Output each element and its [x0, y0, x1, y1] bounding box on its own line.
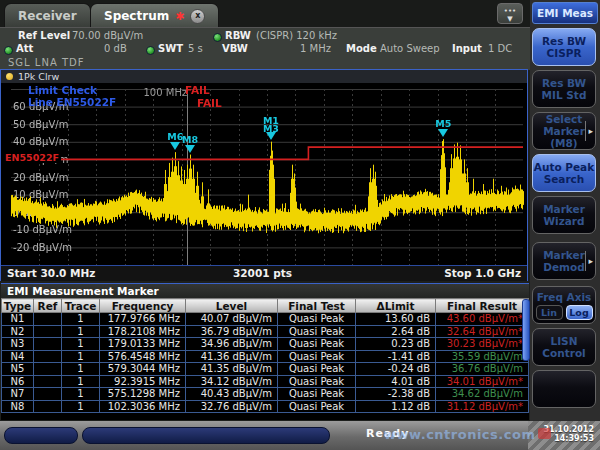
cell-ref: [34, 400, 62, 413]
status-segment-left: [4, 427, 78, 444]
cell-type: N1: [2, 313, 34, 326]
table-row-n7[interactable]: N71575.1298 MHz40.43 dBμV/mQuasi Peak-2.…: [2, 388, 529, 401]
softkey-res-bw-mil-std[interactable]: Res BWMIL Std: [532, 70, 596, 108]
frequency-axis-bar: Start 30.0 MHz 32001 pts Stop 1.0 GHz: [1, 265, 527, 281]
cell-frequency: 179.0133 MHz: [100, 338, 186, 351]
cell-ref: [34, 388, 62, 401]
table-row-n2[interactable]: N21178.2108 MHz36.79 dBμV/mQuasi Peak2.6…: [2, 325, 529, 338]
emi-marker-table: TypeRefTraceFrequencyLevelFinal TestΔLim…: [1, 298, 529, 413]
table-row-n6[interactable]: N6192.3915 MHz34.12 dBμV/mQuasi Peak4.01…: [2, 375, 529, 388]
trace-color-dot-icon: [6, 73, 13, 80]
cell-delta_limit: 0.23 dB: [356, 338, 436, 351]
table-row-n3[interactable]: N31179.0133 MHz34.96 dBμV/mQuasi Peak0.2…: [2, 338, 529, 351]
cell-level: 32.76 dBμV/m: [186, 400, 278, 413]
column-header-trace: Trace: [62, 299, 100, 313]
cell-frequency: 575.1298 MHz: [100, 388, 186, 401]
spectrum-plot: Limit Check FAIL Line EN55022F FAIL EN55…: [1, 83, 527, 265]
cell-trace: 1: [62, 313, 100, 326]
swt-label: SWT: [158, 43, 183, 54]
cell-final_result: 43.60 dBμV/m*: [436, 313, 529, 326]
cell-type: N6: [2, 375, 34, 388]
softkey-marker-wizard[interactable]: MarkerWizard: [532, 196, 596, 234]
softkey-res-bw-cispr[interactable]: Res BWCISPR: [532, 28, 596, 66]
table-row-n5[interactable]: N51579.3044 MHz41.35 dBμV/mQuasi Peak-0.…: [2, 363, 529, 376]
display-menu-button[interactable]: ••• ▼: [497, 3, 523, 24]
cell-final_result: 30.23 dBμV/m*: [436, 338, 529, 351]
cell-delta_limit: -1.41 dB: [356, 350, 436, 363]
cell-trace: 1: [62, 400, 100, 413]
rbw-value: (CISPR) 120 kHz: [256, 30, 337, 41]
softkey-label: CISPR: [533, 47, 595, 59]
softkey-label: Res BW: [533, 77, 595, 89]
att-label: Att: [16, 43, 33, 54]
softkey-label: Wizard: [533, 215, 595, 227]
cell-final_test: Quasi Peak: [278, 350, 356, 363]
marker-label-m8: M8: [175, 134, 205, 145]
softkey-auto-peak-search[interactable]: Auto PeakSearch: [532, 154, 596, 192]
toggle-option-lin[interactable]: Lin: [536, 305, 563, 320]
softkey-lisn-control[interactable]: LISNControl: [532, 328, 596, 366]
status-dot-rbw-icon: [213, 33, 222, 42]
softkey-freq-axis[interactable]: Freq AxisLinLog: [532, 286, 596, 324]
cell-delta_limit: -0.24 dB: [356, 363, 436, 376]
tab-receiver[interactable]: Receiver: [4, 3, 91, 28]
spectrum-canvas[interactable]: [1, 83, 527, 265]
cell-final_result: 34.01 dBμV/m*: [436, 375, 529, 388]
tab-spectrum[interactable]: Spectrum ✱ x: [90, 3, 219, 28]
att-value: 0 dB: [104, 43, 127, 54]
cell-type: N7: [2, 388, 34, 401]
cell-level: 36.79 dBμV/m: [186, 325, 278, 338]
softkey-label: LISN: [533, 335, 595, 347]
stop-frequency-label: Stop 1.0 GHz: [444, 267, 521, 279]
cell-trace: 1: [62, 350, 100, 363]
table-scrollbar[interactable]: [522, 299, 530, 361]
cell-delta_limit: 13.60 dB: [356, 313, 436, 326]
cell-delta_limit: -2.38 dB: [356, 388, 436, 401]
toggle-option-log[interactable]: Log: [566, 305, 593, 320]
cell-ref: [34, 338, 62, 351]
softkey-label: Control: [533, 347, 595, 359]
status-dot-swt-icon: [146, 46, 155, 55]
softkey-label: Search: [533, 173, 595, 185]
column-header-delta_limit: ΔLimit: [356, 299, 436, 313]
cell-level: 34.12 dBμV/m: [186, 375, 278, 388]
softkey-marker-demod[interactable]: MarkerDemod▸: [532, 242, 596, 280]
marker-arrow-m1-icon: [266, 132, 276, 140]
menu-dots-icon: •••: [504, 7, 516, 15]
softkey-label: MIL Std: [533, 89, 595, 101]
cell-ref: [34, 375, 62, 388]
cell-trace: 1: [62, 338, 100, 351]
table-row-n1[interactable]: N11177.9766 MHz40.07 dBμV/mQuasi Peak13.…: [2, 313, 529, 326]
softkey-softkey-empty[interactable]: [532, 370, 596, 408]
marker-arrow-m8-icon: [185, 145, 195, 153]
cell-ref: [34, 363, 62, 376]
cell-delta_limit: 4.01 dB: [356, 375, 436, 388]
column-header-frequency: Frequency: [100, 299, 186, 313]
column-header-final_result: Final Result: [436, 299, 529, 313]
softkey-label: Marker: [533, 203, 595, 215]
cell-final_result: 35.59 dBμV/m: [436, 350, 529, 363]
cell-final_result: 34.62 dBμV/m: [436, 388, 529, 401]
input-label: Input: [452, 43, 482, 54]
cell-final_test: Quasi Peak: [278, 325, 356, 338]
softkey-select-marker[interactable]: SelectMarker(M8)▸: [532, 112, 596, 150]
close-tab-icon[interactable]: x: [190, 9, 205, 24]
limit-check-fail-badge: FAIL: [185, 84, 210, 96]
cell-delta_limit: 1.12 dB: [356, 400, 436, 413]
emi-marker-table-section: EMI Measurement Marker TypeRefTraceFrequ…: [1, 283, 529, 420]
cell-type: N8: [2, 400, 34, 413]
softkey-menu-title: EMI Meas: [532, 2, 598, 24]
submenu-arrow-icon: ▸: [585, 121, 593, 141]
spectrum-window: 1Pk Clrw Limit Check FAIL Line EN55022F …: [0, 69, 528, 281]
cell-level: 34.96 dBμV/m: [186, 338, 278, 351]
column-header-final_test: Final Test: [278, 299, 356, 313]
table-row-n4[interactable]: N41576.4548 MHz41.36 dBμV/mQuasi Peak-1.…: [2, 350, 529, 363]
marker-arrow-m5-icon: [438, 129, 448, 137]
trace-info-bar: 1Pk Clrw: [1, 70, 527, 83]
table-row-n8[interactable]: N81102.3036 MHz32.76 dBμV/mQuasi Peak1.1…: [2, 400, 529, 413]
cell-final_test: Quasi Peak: [278, 363, 356, 376]
cell-frequency: 102.3036 MHz: [100, 400, 186, 413]
trace-label: 1Pk Clrw: [18, 71, 59, 82]
cell-final_result: 32.64 dBμV/m*: [436, 325, 529, 338]
limit-line-tag: EN55022F: [3, 152, 61, 163]
